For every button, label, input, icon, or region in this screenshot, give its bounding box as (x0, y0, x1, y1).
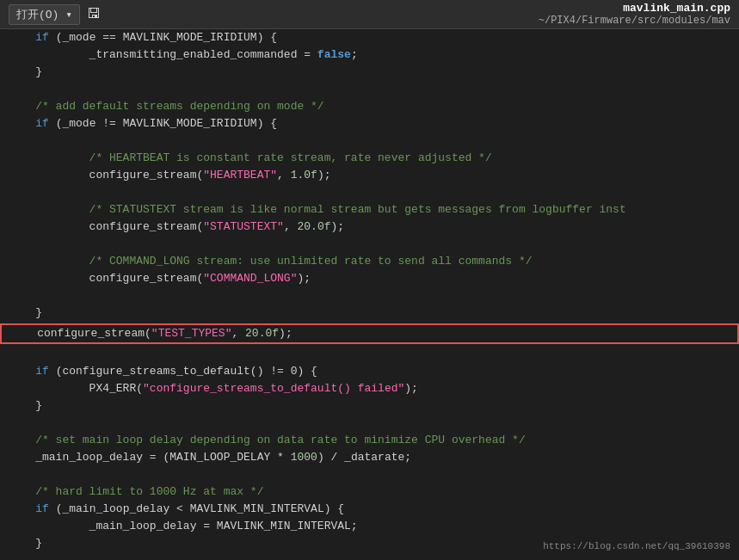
code-line: _main_loop_delay = MAVLINK_MIN_INTERVAL; (0, 518, 739, 535)
code-area: if (_mode == MAVLINK_MODE_IRIDIUM) { _tr… (0, 29, 739, 560)
code-line: /* COMMAND_LONG stream: use unlimited ra… (0, 253, 739, 270)
watermark: https://blog.csdn.net/qq_39610398 (543, 541, 730, 551)
code-line (0, 184, 739, 201)
code-line: _main_loop_delay = (MAIN_LOOP_DELAY * 10… (0, 449, 739, 466)
code-line: if (_mode != MAVLINK_MODE_IRIDIUM) { (0, 115, 739, 132)
code-line (0, 552, 739, 560)
code-line (0, 236, 739, 253)
code-line (0, 415, 739, 432)
open-button[interactable]: 打开(O) ▾ (9, 4, 80, 25)
code-line (0, 132, 739, 150)
code-line: _transmitting_enabled_commanded = false; (0, 46, 739, 64)
title-bar-right: mavlink_main.cpp ~/PIX4/Firmware/src/mod… (539, 2, 730, 27)
code-line: configure_stream("STATUSTEXT", 20.0f); (0, 218, 739, 236)
code-line: if (configure_streams_to_default() != 0)… (0, 363, 739, 380)
file-name: mavlink_main.cpp (539, 2, 730, 15)
code-line: } (0, 64, 739, 81)
code-line (0, 287, 739, 305)
title-bar: 打开(O) ▾ 🖫 mavlink_main.cpp ~/PIX4/Firmwa… (0, 0, 739, 29)
code-line: } (0, 305, 739, 322)
title-bar-left: 打开(O) ▾ 🖫 (9, 4, 101, 25)
code-line: if (_mode == MAVLINK_MODE_IRIDIUM) { (0, 29, 739, 46)
code-line (0, 81, 739, 98)
code-line (0, 466, 739, 483)
code-line: PX4_ERR("configure_streams_to_default() … (0, 380, 739, 397)
code-line: /* STATUSTEXT stream is like normal stre… (0, 201, 739, 218)
code-line: } (0, 397, 739, 415)
code-line: /* add default streams depending on mode… (0, 98, 739, 115)
file-path: ~/PIX4/Firmware/src/modules/mav (539, 15, 730, 27)
code-line: configure_stream("HEARTBEAT", 1.0f); (0, 167, 739, 184)
code-line: if (_main_loop_delay < MAVLINK_MIN_INTER… (0, 501, 739, 518)
code-line: configure_stream("COMMAND_LONG"); (0, 270, 739, 287)
code-line (0, 346, 739, 363)
highlighted-code-line: configure_stream("TEST_TYPES", 20.0f); (0, 323, 739, 344)
save-icon[interactable]: 🖫 (87, 6, 101, 22)
code-line: /* hard limit to 1000 Hz at max */ (0, 483, 739, 501)
code-line: /* set main loop delay depending on data… (0, 432, 739, 449)
code-line: /* HEARTBEAT is constant rate stream, ra… (0, 150, 739, 167)
